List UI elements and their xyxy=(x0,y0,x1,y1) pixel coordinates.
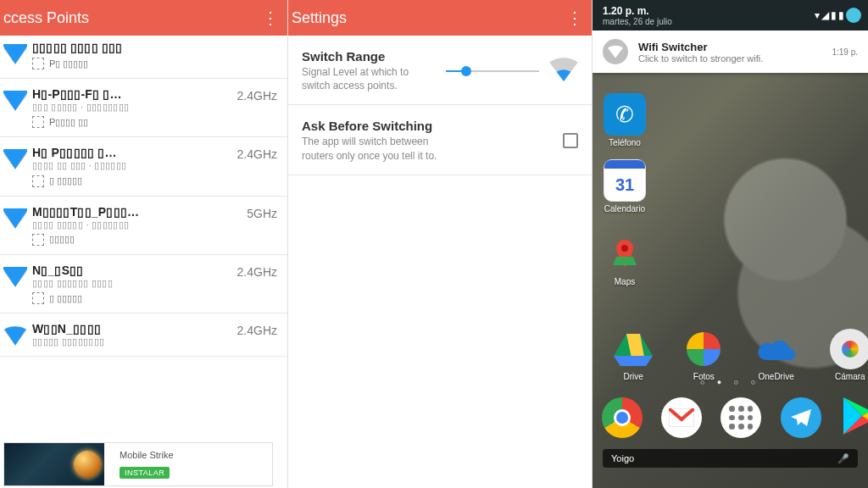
ap-meta: ▯▯▯ ▯▯▯▯▯ · ▯▯▯▯▯▯▯▯ xyxy=(32,101,226,113)
ap-name: ▯▯▯▯▯ ▯▯▯▯ ▯▯▯ xyxy=(32,41,226,54)
status-bar[interactable]: 1.20 p. m. martes, 26 de julio ▾◢▮▮ xyxy=(593,0,868,30)
search-placeholder: Yoigo xyxy=(611,453,634,463)
switch-range-slider[interactable] xyxy=(446,70,539,72)
ap-item[interactable]: W▯▯N_▯▯▯▯▯▯▯▯▯ ▯▯▯▯▯▯▯▯2.4GHz xyxy=(0,313,287,357)
ap-name: H▯ P▯▯▯▯▯ ▯… xyxy=(32,146,226,159)
app-label: Calendario xyxy=(594,204,655,214)
ap-pref-checkbox[interactable]: ▯▯▯▯▯ xyxy=(32,234,226,246)
wifi-range-icon xyxy=(549,58,578,85)
ap-pref-checkbox[interactable]: ▯ ▯▯▯▯▯ xyxy=(32,175,226,187)
ask-desc: The app will switch between routers only… xyxy=(302,135,446,162)
status-time: 1.20 p. m. xyxy=(603,5,815,17)
app-drive[interactable]: Drive xyxy=(614,329,653,381)
ap-item[interactable]: M▯▯▯▯T▯▯_P▯▯▯…▯▯▯▯ ▯▯▯▯▯ · ▯▯▯▯▯▯▯▯▯▯▯▯5… xyxy=(0,197,287,255)
ap-name: N▯_▯S▯▯ xyxy=(32,263,226,277)
app-fotos[interactable]: Fotos xyxy=(685,329,722,381)
switch-range-row[interactable]: Switch Range Signal Level at which to sw… xyxy=(288,36,592,105)
wifi-signal-icon xyxy=(3,146,32,186)
ap-band: 5GHz xyxy=(226,205,277,246)
wifi-signal-icon xyxy=(3,87,32,128)
ap-pref-checkbox[interactable]: ▯ ▯▯▯▯▯ xyxy=(32,292,226,304)
settings-overflow-icon[interactable]: ⋮ xyxy=(558,8,592,28)
ap-meta: ▯▯▯▯ ▯▯▯▯▯▯ ▯▯▯▯ xyxy=(32,277,226,289)
app-maps[interactable]: Maps xyxy=(594,232,655,286)
ad-info: Mobile Strike INSTALAR xyxy=(104,450,272,479)
app-cámara[interactable]: Cámara xyxy=(830,329,868,381)
ap-item[interactable]: N▯_▯S▯▯▯▯▯▯ ▯▯▯▯▯▯ ▯▯▯▯▯ ▯▯▯▯▯2.4GHz xyxy=(0,255,287,313)
ad-install-button[interactable]: INSTALAR xyxy=(120,467,170,479)
dock-telegram[interactable] xyxy=(781,397,821,438)
switch-range-control xyxy=(439,49,578,92)
wifi-icon xyxy=(603,39,628,64)
app-teléfono[interactable]: ✆Teléfono xyxy=(594,93,655,147)
switch-range-title: Switch Range xyxy=(302,49,439,64)
dock-gmail[interactable] xyxy=(661,397,702,438)
aps-header: ccess Points ⋮ xyxy=(0,0,287,36)
svg-marker-3 xyxy=(614,356,653,366)
ap-band: 2.4GHz xyxy=(226,146,277,186)
google-search-bar[interactable]: Yoigo 🎤 xyxy=(603,449,858,468)
ap-pref-checkbox[interactable]: P▯ ▯▯▯▯▯ xyxy=(32,58,226,69)
ap-item[interactable]: ▯▯▯▯▯ ▯▯▯▯ ▯▯▯P▯ ▯▯▯▯▯ xyxy=(0,36,287,79)
app-label: Maps xyxy=(594,277,655,286)
ask-before-row[interactable]: Ask Before Switching The app will switch… xyxy=(288,105,592,175)
status-date: martes, 26 de julio xyxy=(603,17,815,26)
slider-thumb[interactable] xyxy=(461,66,471,76)
svg-point-0 xyxy=(621,245,628,252)
settings-panel: Settings ⋮ Switch Range Signal Level at … xyxy=(287,0,593,488)
wifi-signal-icon xyxy=(3,322,32,347)
settings-title: Settings xyxy=(292,9,558,27)
app-label: Teléfono xyxy=(594,138,655,147)
dock-chrome[interactable] xyxy=(602,397,643,438)
ap-band: 2.4GHz xyxy=(226,87,277,128)
pager-dots: ○ ● ○ ○ xyxy=(593,378,868,386)
ad-banner[interactable]: Mobile Strike INSTALAR xyxy=(3,442,273,486)
app-onedrive[interactable]: OneDrive xyxy=(755,329,798,381)
settings-header: Settings ⋮ xyxy=(288,0,592,36)
ap-meta: ▯▯▯▯ ▯▯ ▯▯▯ · ▯▯▯▯▯▯ xyxy=(32,159,226,171)
ap-pref-checkbox[interactable]: P▯▯▯▯ ▯▯ xyxy=(32,116,226,128)
wifi-signal-icon xyxy=(3,41,32,69)
ap-name: W▯▯N_▯▯▯▯ xyxy=(32,322,226,336)
access-points-panel: ccess Points ⋮ ▯▯▯▯▯ ▯▯▯▯ ▯▯▯P▯ ▯▯▯▯▯H▯-… xyxy=(0,0,287,488)
app-calendario[interactable]: 31Calendario xyxy=(594,159,655,214)
ad-title: Mobile Strike xyxy=(120,450,272,460)
ap-band xyxy=(226,41,277,69)
ap-band: 2.4GHz xyxy=(226,322,277,347)
dock xyxy=(593,388,868,447)
profile-avatar-icon[interactable] xyxy=(846,8,861,23)
ad-image xyxy=(4,443,104,485)
wifi-signal-icon xyxy=(3,205,32,246)
ask-checkbox[interactable] xyxy=(563,133,578,148)
ap-meta: ▯▯▯▯ ▯▯▯▯▯ · ▯▯▯▯▯▯▯ xyxy=(32,219,226,230)
ap-name: H▯-P▯▯▯-F▯ ▯… xyxy=(32,87,226,101)
dock-play[interactable] xyxy=(840,396,868,440)
notif-subtitle: Click to switch to stronger wifi. xyxy=(638,53,832,64)
wifi-switcher-notification[interactable]: Wifi Switcher Click to switch to stronge… xyxy=(593,30,868,73)
aps-title: ccess Points xyxy=(3,9,253,27)
ap-item[interactable]: H▯-P▯▯▯-F▯ ▯…▯▯▯ ▯▯▯▯▯ · ▯▯▯▯▯▯▯▯P▯▯▯▯ ▯… xyxy=(0,79,287,137)
status-icons: ▾◢▮▮ xyxy=(815,8,861,23)
aps-overflow-icon[interactable]: ⋮ xyxy=(253,8,287,28)
ask-checkbox-wrap xyxy=(556,119,578,162)
mic-icon[interactable]: 🎤 xyxy=(837,453,849,464)
dock-apps[interactable] xyxy=(721,397,761,438)
home-row-apps: DriveFotosOneDriveCámara xyxy=(593,329,868,381)
notif-time: 1:19 p. xyxy=(832,47,858,57)
ask-title: Ask Before Switching xyxy=(302,119,556,133)
ap-name: M▯▯▯▯T▯▯_P▯▯▯… xyxy=(32,205,226,219)
ap-item[interactable]: H▯ P▯▯▯▯▯ ▯…▯▯▯▯ ▯▯ ▯▯▯ · ▯▯▯▯▯▯▯ ▯▯▯▯▯2… xyxy=(0,137,287,196)
ap-meta: ▯▯▯▯▯ ▯▯▯▯▯▯▯▯ xyxy=(32,336,226,347)
notif-title: Wifi Switcher xyxy=(638,41,832,53)
ap-band: 2.4GHz xyxy=(226,263,277,304)
wifi-signal-icon xyxy=(3,263,32,304)
phone-home-panel: 1.20 p. m. martes, 26 de julio ▾◢▮▮ Wifi… xyxy=(593,0,868,488)
ap-list[interactable]: ▯▯▯▯▯ ▯▯▯▯ ▯▯▯P▯ ▯▯▯▯▯H▯-P▯▯▯-F▯ ▯…▯▯▯ ▯… xyxy=(0,36,287,488)
switch-range-desc: Signal Level at which to switch access p… xyxy=(302,65,439,92)
